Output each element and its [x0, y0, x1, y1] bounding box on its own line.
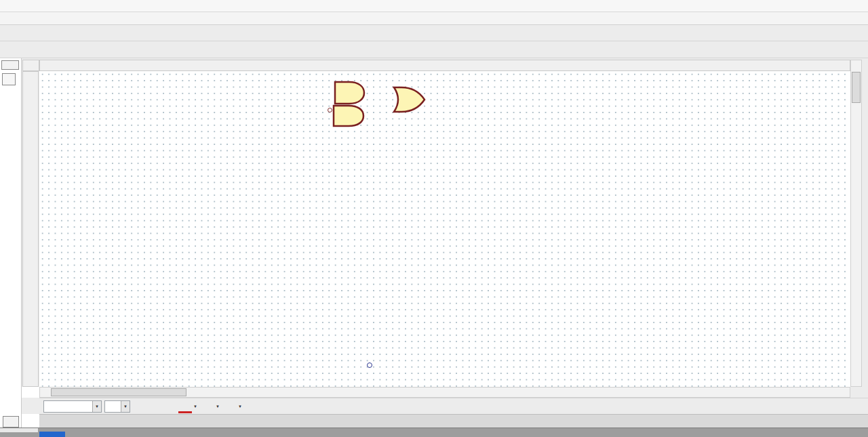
font-color-dropdown-icon[interactable]: ▼ — [193, 404, 197, 409]
ruler-corner — [22, 60, 39, 71]
left-panel — [0, 58, 22, 428]
bottom-strip — [0, 428, 868, 437]
schematic-canvas[interactable] — [39, 71, 850, 387]
fill-color-dropdown-icon[interactable]: ▼ — [216, 404, 220, 409]
and-gate-2[interactable] — [332, 104, 366, 127]
main-toolbar — [0, 25, 868, 41]
origin-button[interactable] — [2, 73, 16, 85]
fill-color-button[interactable] — [201, 400, 214, 413]
schematic-sheet — [39, 71, 850, 387]
font-family-combo[interactable]: ▼ — [43, 400, 102, 413]
italic-button[interactable] — [149, 400, 162, 413]
vertical-scrollbar[interactable] — [850, 60, 862, 387]
pen-color-dropdown-icon[interactable]: ▼ — [238, 404, 242, 409]
page-dropdown-button[interactable] — [1, 60, 19, 70]
inverter-bubble — [328, 108, 332, 112]
horizontal-ruler — [39, 60, 850, 71]
taskbar-fragment — [39, 432, 65, 437]
title-bar — [0, 0, 868, 12]
v-scroll-thumb[interactable] — [852, 72, 861, 103]
horizontal-scrollbar[interactable] — [39, 387, 850, 398]
angle-brackets-button[interactable] — [3, 416, 19, 428]
font-size-dropdown-icon[interactable]: ▼ — [121, 401, 130, 412]
h-scroll-thumb[interactable] — [51, 388, 186, 396]
font-family-dropdown-icon[interactable]: ▼ — [92, 401, 101, 412]
vertical-ruler — [22, 71, 39, 387]
bottom-left-filler — [0, 428, 38, 432]
pen-color-button[interactable] — [223, 400, 237, 413]
clock-bubble — [367, 362, 372, 368]
diagram-toolbar — [0, 41, 868, 58]
font-color-button[interactable] — [178, 400, 192, 413]
bold-button[interactable] — [134, 400, 147, 413]
document-tab-bar — [39, 414, 868, 428]
format-toolbar: ▼ ▼ ▼ ▼ ▼ — [39, 398, 868, 414]
underline-button[interactable] — [163, 400, 177, 413]
and-gate-1[interactable] — [334, 81, 366, 105]
menu-bar — [0, 12, 868, 25]
or-gate[interactable] — [392, 86, 427, 113]
font-size-combo[interactable]: ▼ — [104, 400, 130, 413]
